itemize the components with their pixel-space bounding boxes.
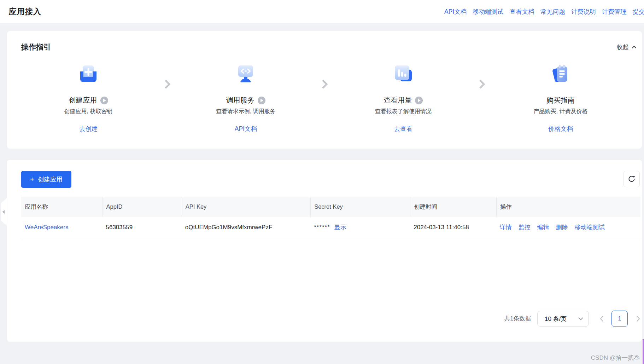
col-header-apikey: API Key [182,197,310,217]
step-arrow-icon [313,79,336,89]
show-secret-link[interactable]: 显示 [334,223,346,231]
step-call-service: 调用服务 查看请求示例, 调用服务 API文档 [178,64,313,133]
created-time-value: 2024-03-13 11:40:58 [410,224,496,231]
step-view-usage: 查看用量 查看报表了解使用情况 去查看 [336,64,470,133]
nav-link-billing-desc[interactable]: 计费说明 [571,7,596,16]
nav-link-mobile-test[interactable]: 移动端测试 [473,7,504,16]
create-app-button[interactable]: + 创建应用 [21,171,71,188]
top-bar: 应用接入 API文档 移动端测试 查看文档 常见问题 计费说明 计费管理 提交工… [0,0,644,23]
step-title: 查看用量 [384,96,412,105]
step-arrow-icon [470,79,493,89]
create-app-button-label: 创建应用 [38,175,63,184]
api-key-value: oQtUEMpGo1M9vsMfxmrwePzF [182,224,310,231]
step-desc: 查看报表了解使用情况 [336,108,470,115]
collapse-label: 收起 [617,43,629,51]
step-desc: 创建应用, 获取密钥 [21,108,156,115]
nav-link-submit-ticket[interactable]: 提交工单 [633,7,644,16]
play-video-icon[interactable] [415,97,423,104]
app-id-value: 56303559 [103,224,182,231]
step-link-create[interactable]: 去创建 [79,125,98,133]
col-header-secret: Secret Key [310,197,410,217]
watermark-text: CSDN @拾一贰叁 [591,354,640,362]
table-row: WeAreSpeakers 56303559 oQtUEMpGo1M9vsMfx… [21,217,640,238]
nav-link-view-doc[interactable]: 查看文档 [510,7,534,16]
step-link-view-usage[interactable]: 去查看 [394,125,412,133]
action-monitor[interactable]: 监控 [519,223,531,231]
collapse-button[interactable]: 收起 [617,43,637,51]
apps-card: + 创建应用 应用名称 AppID API Key Secret Key 创建时… [7,160,642,342]
secret-key-masked: ****** [314,224,330,231]
nav-link-faq[interactable]: 常见问题 [540,7,565,16]
app-name-link[interactable]: WeAreSpeakers [25,224,68,231]
apps-table: 应用名称 AppID API Key Secret Key 创建时间 操作 We… [21,197,640,238]
guide-title: 操作指引 [21,42,51,52]
chevron-up-icon [631,44,637,50]
page-size-value: 10 条/页 [545,315,567,323]
top-nav: API文档 移动端测试 查看文档 常见问题 计费说明 计费管理 提交工单 [444,0,644,23]
col-header-appid: AppID [103,197,182,217]
step-arrow-icon [156,79,178,89]
prev-page-button[interactable] [599,316,604,322]
step-link-price-doc[interactable]: 价格文档 [548,125,573,133]
step-create-app: 创建应用 创建应用, 获取密钥 去创建 [21,64,156,133]
guide-card: 操作指引 收起 创建应用 创建应用, 获取密钥 去创建 [7,31,642,149]
next-page-button[interactable] [636,316,640,322]
drawer-collapse-handle[interactable] [1,198,7,226]
edge-decoration [643,339,644,364]
pagination-total: 共1条数据 [504,315,531,323]
page-title: 应用接入 [9,6,41,17]
step-title: 调用服务 [226,96,254,105]
step-link-api-doc[interactable]: API文档 [235,125,257,133]
step-title: 购买指南 [546,96,575,105]
usage-chart-icon [393,64,414,85]
purchase-guide-icon [550,64,571,85]
play-video-icon[interactable] [100,97,108,104]
guide-steps: 创建应用 创建应用, 获取密钥 去创建 调用服务 [7,64,642,133]
action-edit[interactable]: 编辑 [537,223,549,231]
col-header-created: 创建时间 [410,197,496,217]
col-header-actions: 操作 [496,197,640,217]
nav-link-billing-manage[interactable]: 计费管理 [602,7,627,16]
col-header-name: 应用名称 [21,197,103,217]
page-number-button[interactable]: 1 [611,311,628,327]
action-delete[interactable]: 删除 [556,223,568,231]
plus-icon: + [30,176,34,183]
action-mobile-test[interactable]: 移动端测试 [575,223,605,231]
create-app-icon [78,64,99,85]
step-desc: 查看请求示例, 调用服务 [178,108,313,115]
play-video-icon[interactable] [258,97,265,104]
page-size-select[interactable]: 10 条/页 [537,311,589,327]
step-desc: 产品购买, 计费及价格 [493,108,628,115]
refresh-button[interactable] [623,171,640,187]
nav-link-api-doc[interactable]: API文档 [444,7,467,16]
chevron-down-icon [578,317,583,320]
step-purchase-guide: 购买指南 产品购买, 计费及价格 价格文档 [493,64,628,133]
pagination: 共1条数据 10 条/页 1 [504,311,640,327]
table-header-row: 应用名称 AppID API Key Secret Key 创建时间 操作 [21,197,640,217]
refresh-icon [628,175,636,183]
action-detail[interactable]: 详情 [500,223,512,231]
call-service-icon [235,64,256,85]
step-title: 创建应用 [69,96,97,105]
